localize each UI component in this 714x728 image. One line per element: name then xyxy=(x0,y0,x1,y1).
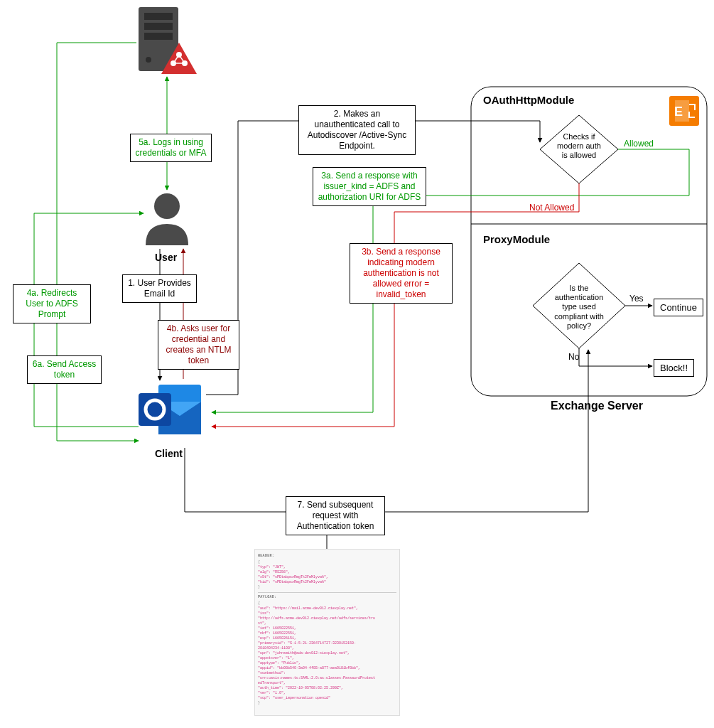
user-icon xyxy=(146,193,188,245)
step-4b: 4b. Asks user for credential and creates… xyxy=(158,320,239,370)
step-5a: 5a. Logs in using credentials or MFA xyxy=(130,134,212,162)
decision-policy-text: Is the authentication type used complian… xyxy=(547,284,611,331)
svg-text:E: E xyxy=(674,105,683,119)
branch-not-allowed: Not Allowed xyxy=(529,203,574,213)
step-4a: 4a. Redirects User to ADFS Prompt xyxy=(13,284,91,323)
step-6a: 6a. Send Access token xyxy=(27,355,102,384)
diagram-stage: E User Client OAuthHttpModule ProxyModul… xyxy=(0,0,714,728)
step-1: 1. User Provides Email Id xyxy=(122,274,197,303)
continue-box: Continue xyxy=(654,299,703,316)
exchange-logo-icon: E xyxy=(669,96,699,126)
token-payload-body: { "aud": "https://mail.acme-dev012.ciexp… xyxy=(258,601,396,706)
user-label: User xyxy=(155,252,177,263)
svg-point-16 xyxy=(154,193,180,219)
step-7: 7. Send subsequent request with Authenti… xyxy=(286,496,385,535)
token-payload-label: PAYLOAD: xyxy=(258,595,396,600)
branch-allowed: Allowed xyxy=(624,139,654,149)
proxy-module-heading: ProxyModule xyxy=(483,233,550,245)
svg-point-8 xyxy=(146,57,151,63)
svg-rect-6 xyxy=(144,23,173,30)
svg-rect-5 xyxy=(144,13,173,20)
client-outlook-icon xyxy=(139,385,201,434)
block-box: Block!! xyxy=(654,359,694,377)
token-code-panel: HEADER: { "typ": "JWT", "alg": "RS256", … xyxy=(254,549,400,716)
branch-yes: Yes xyxy=(629,294,644,304)
step-2: 2. Makes an unauthenticated call to Auto… xyxy=(298,105,416,155)
svg-rect-7 xyxy=(144,33,173,40)
decision-modern-auth-text: Checks if modern auth is allowed xyxy=(556,132,602,161)
token-header-body: { "typ": "JWT", "alg": "RS256", "x5t": "… xyxy=(258,560,396,590)
client-label: Client xyxy=(155,448,183,459)
token-header-label: HEADER: xyxy=(258,554,396,559)
oauth-module-heading: OAuthHttpModule xyxy=(483,94,574,106)
svg-rect-20 xyxy=(139,393,171,426)
exchange-server-label: Exchange Server xyxy=(526,400,668,412)
step-3b: 3b. Send a response indicating modern au… xyxy=(350,243,453,304)
step-3a: 3a. Send a response with issuer_kind = A… xyxy=(313,167,426,206)
branch-no: No xyxy=(568,352,579,362)
